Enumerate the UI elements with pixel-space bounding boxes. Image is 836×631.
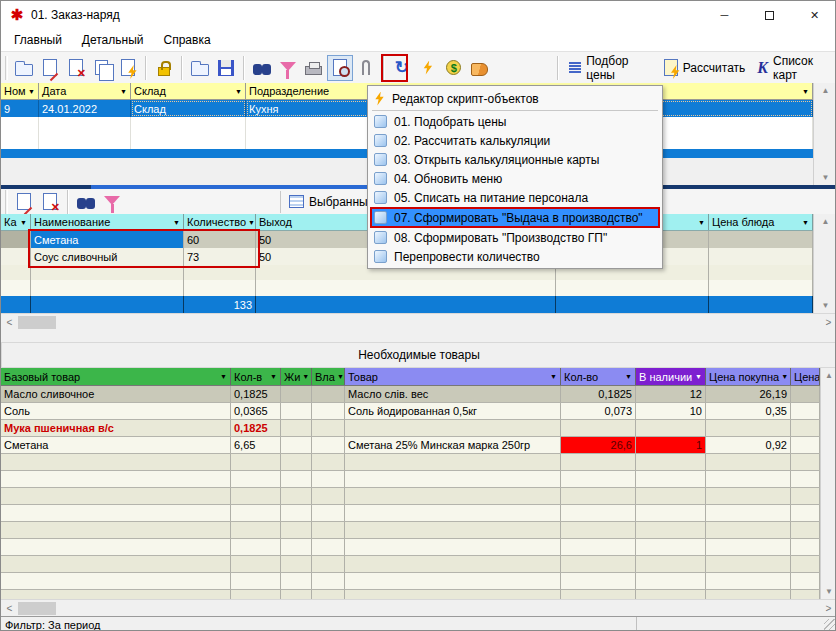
goods-row-selected[interactable]: Масло сливочное 0,1825 Масло слів. вес 0…	[1, 386, 820, 403]
scroll-up-icon[interactable]: ▲	[822, 217, 830, 226]
product-cell[interactable]: Масло слів. вес	[345, 386, 561, 402]
process-document-button[interactable]	[115, 55, 141, 81]
empty-row[interactable]	[1, 454, 820, 471]
delete-dish-button[interactable]: ✕	[37, 189, 63, 215]
order-number-cell[interactable]: 9	[1, 100, 39, 117]
resize-grip-icon[interactable]	[824, 619, 836, 631]
qty-cell-alert[interactable]: 26,6	[561, 437, 636, 453]
menu-item-03[interactable]: 03. Открыть калькуляционные карты	[370, 150, 660, 169]
open-button[interactable]	[187, 55, 213, 81]
scroll-down-icon[interactable]: ▼	[825, 587, 833, 596]
goods-vertical-scrollbar[interactable]: ▲▼	[820, 368, 836, 599]
dish-name-cell[interactable]: Сметана	[31, 231, 184, 248]
scroll-left-icon[interactable]: <	[1, 603, 18, 614]
filter-arrow-icon[interactable]: ▼	[779, 373, 788, 380]
col-header-product[interactable]: Товар▼	[345, 368, 561, 385]
col-header-name[interactable]: Наименование▼	[31, 214, 184, 230]
menu-item-02[interactable]: 02. Рассчитать калькуляции	[370, 131, 660, 150]
scroll-right-icon[interactable]: >	[820, 317, 836, 328]
col-header-ka[interactable]: Ка▼	[1, 214, 31, 230]
scroll-thumb[interactable]	[18, 316, 56, 329]
preview-button[interactable]	[327, 55, 353, 81]
filter-arrow-icon[interactable]: ▼	[800, 219, 809, 226]
minimize-button[interactable]: ─	[702, 1, 747, 29]
dishes-vertical-scrollbar[interactable]: ▲▼	[813, 214, 836, 313]
menu-item-reprocess[interactable]: Перепровести количество	[370, 247, 660, 266]
filter-arrow-icon[interactable]: ▼	[548, 373, 557, 380]
reference-button[interactable]	[467, 55, 493, 81]
base-product-cell[interactable]: Сметана	[1, 437, 231, 453]
save-button[interactable]	[213, 55, 239, 81]
stock-cell-alert[interactable]: 1	[636, 437, 706, 453]
empty-row[interactable]	[1, 280, 813, 296]
empty-row[interactable]	[1, 505, 820, 522]
attachments-button[interactable]	[353, 55, 379, 81]
new-document-button[interactable]	[11, 55, 37, 81]
stock-cell[interactable]: 10	[636, 403, 706, 419]
empty-row[interactable]	[1, 590, 820, 599]
menu-item-04[interactable]: 04. Обновить меню	[370, 169, 660, 188]
menu-item-01[interactable]: 01. Подобрать цены	[370, 112, 660, 131]
scroll-left-icon[interactable]: <	[1, 317, 18, 328]
empty-row[interactable]	[1, 488, 820, 505]
filter-arrow-icon[interactable]: ▼	[268, 373, 277, 380]
price-cell[interactable]: 0,92	[706, 437, 791, 453]
scroll-down-icon[interactable]: ▼	[822, 173, 830, 182]
empty-row[interactable]	[1, 539, 820, 556]
scroll-right-icon[interactable]: >	[820, 603, 836, 614]
filter-arrow-icon[interactable]: ▼	[26, 88, 35, 95]
orders-vertical-scrollbar[interactable]: ▲▼	[813, 83, 836, 185]
empty-row[interactable]	[1, 573, 820, 590]
calculate-button[interactable]: Рассчитать	[658, 56, 752, 79]
scroll-down-icon[interactable]: ▼	[822, 301, 830, 310]
filter-arrow-icon[interactable]: ▼	[18, 219, 27, 226]
col-header-number[interactable]: Ном▼	[1, 83, 39, 99]
filter-dish-button[interactable]	[99, 189, 125, 215]
filter-arrow-icon[interactable]: ▼	[171, 219, 180, 226]
filter-arrow-icon[interactable]: ▼	[693, 373, 702, 380]
base-product-cell[interactable]: Мука пшеничная в/с	[1, 420, 231, 436]
col-header-qty[interactable]: Кол-во▼	[561, 368, 636, 385]
base-qty-cell[interactable]: 0,1825	[231, 420, 281, 436]
product-cell[interactable]: Соль йодированная 0,5кг	[345, 403, 561, 419]
maximize-button[interactable]	[747, 1, 792, 29]
qty-cell[interactable]: 0,1825	[561, 386, 636, 402]
menu-item-script-editor[interactable]: Редактор скрипт-объектов	[370, 88, 660, 109]
base-qty-cell[interactable]: 0,0365	[231, 403, 281, 419]
find-dish-button[interactable]	[73, 189, 99, 215]
filter-arrow-icon[interactable]: ▼	[300, 373, 309, 380]
goods-row-shortage[interactable]: Сметана 6,65 Сметана 25% Минская марка 2…	[1, 437, 820, 454]
dish-qty-cell[interactable]: 73	[184, 248, 256, 265]
base-product-cell[interactable]: Масло сливочное	[1, 386, 231, 402]
col-header-quantity[interactable]: Количество▼	[184, 214, 256, 230]
filter-arrow-icon[interactable]: ▼	[218, 373, 227, 380]
filter-arrow-icon[interactable]: ▼	[335, 373, 344, 380]
goods-horizontal-scrollbar[interactable]: < >	[1, 599, 836, 616]
col-header-moisture[interactable]: Вла▼	[312, 368, 345, 385]
price-cell[interactable]: 26,19	[706, 386, 791, 402]
print-button[interactable]	[301, 55, 327, 81]
goods-row-missing[interactable]: Мука пшеничная в/с 0,1825	[1, 420, 820, 437]
filter-arrow-icon[interactable]: ▼	[623, 373, 632, 380]
qty-cell[interactable]: 0,073	[561, 403, 636, 419]
filter-arrow-icon[interactable]: ▼	[246, 219, 255, 226]
order-date-cell[interactable]: 24.01.2022	[39, 100, 131, 117]
filter-arrow-icon[interactable]: ▼	[800, 88, 809, 95]
dish-name-cell[interactable]: Соус сливочный	[31, 248, 184, 265]
menu-detail[interactable]: Детальный	[72, 30, 154, 50]
edit-document-button[interactable]	[37, 55, 63, 81]
menu-item-07-selected[interactable]: 07. Сформировать "Выдача в производство"	[370, 207, 660, 228]
col-header-base-qty[interactable]: Кол-в▼	[231, 368, 281, 385]
stock-cell[interactable]: 12	[636, 386, 706, 402]
empty-row[interactable]	[1, 556, 820, 573]
order-warehouse-cell[interactable]: Склад	[131, 100, 246, 117]
close-button[interactable]: ✕	[792, 1, 836, 29]
menu-help[interactable]: Справка	[154, 30, 221, 50]
find-button[interactable]	[249, 55, 275, 81]
refresh-button[interactable]: ↻	[389, 55, 415, 81]
base-qty-cell[interactable]: 6,65	[231, 437, 281, 453]
dish-qty-cell[interactable]: 60	[184, 231, 256, 248]
menu-item-05[interactable]: 05. Списать на питание персонала	[370, 188, 660, 207]
scroll-thumb[interactable]	[18, 602, 56, 615]
col-header-price-cut[interactable]: Цена с	[791, 368, 820, 385]
